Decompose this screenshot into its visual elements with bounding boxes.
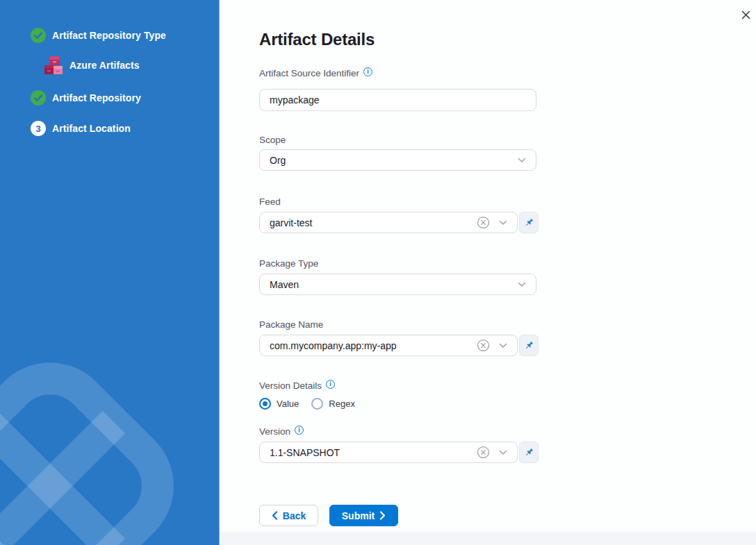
- chevron-down-icon[interactable]: [518, 282, 526, 287]
- package-name-combobox[interactable]: com.mycompany.app:my-app: [259, 335, 518, 356]
- identifier-input[interactable]: [259, 89, 536, 111]
- chevron-down-icon[interactable]: [499, 220, 507, 226]
- artifact-details-panel: Artifact Details Artifact Source Identif…: [220, 0, 756, 545]
- harness-watermark: [0, 0, 220, 545]
- panel-footer-strip: [220, 532, 756, 545]
- version-details-radio-group: Value Regex: [259, 398, 355, 410]
- version-value: 1.1-SNAPSHOT: [270, 447, 340, 458]
- substep-label: Azure Artifacts: [69, 60, 140, 71]
- back-chevron-icon: [272, 511, 278, 520]
- radio-option-regex[interactable]: Regex: [311, 398, 355, 410]
- page-title: Artifact Details: [259, 30, 375, 49]
- step-label: Artifact Repository: [52, 92, 141, 103]
- submit-button[interactable]: Submit: [329, 505, 398, 526]
- version-combobox[interactable]: 1.1-SNAPSHOT: [259, 442, 518, 463]
- package-type-select[interactable]: Maven: [259, 274, 536, 295]
- clear-icon[interactable]: [477, 216, 490, 229]
- chevron-down-icon[interactable]: [499, 343, 507, 349]
- radio-option-value[interactable]: Value: [259, 398, 299, 410]
- radio-label: Value: [277, 399, 299, 409]
- identifier-label: Artifact Source Identifier i: [259, 68, 372, 78]
- step-number-badge: 3: [31, 121, 46, 136]
- version-details-label: Version Details i: [259, 380, 335, 391]
- pin-icon[interactable]: [519, 335, 539, 356]
- package-name-value: com.mycompany.app:my-app: [270, 340, 397, 351]
- artifact-source-wizard: Artifact Repository Type Azure Artifacts: [0, 0, 756, 545]
- chevron-down-icon[interactable]: [518, 158, 526, 163]
- submit-chevron-icon: [379, 511, 386, 520]
- package-type-value: Maven: [270, 279, 299, 290]
- feed-label: Feed: [259, 196, 281, 207]
- wizard-steps-sidebar: Artifact Repository Type Azure Artifacts: [0, 0, 220, 545]
- radio-unselected-icon: [311, 398, 323, 410]
- info-icon[interactable]: i: [295, 426, 304, 435]
- version-label: Version i: [259, 426, 304, 437]
- sidebar-step-artifact-repository-type[interactable]: Artifact Repository Type: [31, 28, 166, 43]
- clear-icon[interactable]: [477, 446, 490, 459]
- feed-combobox[interactable]: garvit-test: [259, 212, 518, 233]
- check-circle-icon: [31, 28, 46, 43]
- radio-selected-icon: [259, 398, 271, 410]
- azure-artifacts-icon: [44, 56, 63, 75]
- sidebar-step-artifact-repository[interactable]: Artifact Repository: [31, 90, 141, 106]
- chevron-down-icon[interactable]: [499, 450, 507, 455]
- info-icon[interactable]: i: [363, 67, 372, 76]
- sidebar-step-artifact-location[interactable]: 3 Artifact Location: [31, 121, 131, 136]
- package-type-label: Package Type: [259, 258, 318, 269]
- scope-select[interactable]: Org: [259, 149, 536, 171]
- scope-value: Org: [270, 155, 286, 166]
- scope-label: Scope: [259, 135, 286, 145]
- package-name-label: Package Name: [259, 319, 323, 330]
- check-circle-icon: [31, 90, 46, 106]
- pin-icon[interactable]: [519, 212, 539, 233]
- clear-icon[interactable]: [477, 339, 490, 352]
- feed-value: garvit-test: [270, 217, 312, 228]
- step-label: Artifact Repository Type: [52, 30, 166, 41]
- info-icon[interactable]: i: [326, 380, 335, 389]
- sidebar-substep-azure-artifacts[interactable]: Azure Artifacts: [44, 56, 140, 75]
- close-icon[interactable]: [735, 4, 756, 25]
- radio-label: Regex: [329, 399, 355, 409]
- back-button[interactable]: Back: [259, 505, 318, 526]
- pin-icon[interactable]: [519, 442, 539, 463]
- step-label: Artifact Location: [52, 123, 131, 134]
